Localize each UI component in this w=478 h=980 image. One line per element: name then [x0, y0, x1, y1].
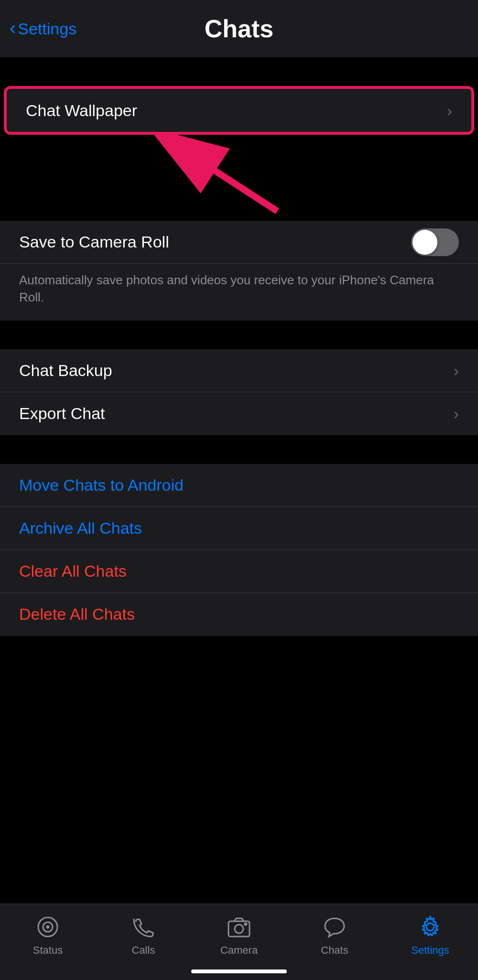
tab-chats[interactable]: Chats	[287, 914, 382, 957]
svg-point-4	[47, 926, 49, 928]
move-chats-android-label: Move Chats to Android	[19, 476, 184, 495]
chat-backup-chevron-icon: ›	[454, 361, 459, 380]
chat-backup-row[interactable]: Chat Backup ›	[0, 349, 478, 392]
delete-all-chats-label: Delete All Chats	[19, 605, 135, 624]
export-chat-label: Export Chat	[19, 404, 105, 423]
chat-wallpaper-row[interactable]: Chat Wallpaper ›	[7, 89, 471, 132]
camera-roll-description: Automatically save photos and videos you…	[0, 264, 478, 321]
tab-bar: Status Calls Camera Chats	[0, 904, 478, 980]
home-indicator	[191, 969, 287, 973]
back-button[interactable]: ‹ Settings	[10, 20, 76, 38]
tab-camera[interactable]: Camera	[191, 914, 287, 957]
action-section: Move Chats to Android Archive All Chats …	[0, 464, 478, 636]
tab-calls[interactable]: Calls	[96, 914, 191, 957]
back-chevron-icon: ‹	[10, 18, 16, 37]
calls-icon	[130, 914, 157, 940]
camera-icon	[226, 914, 252, 940]
section-gap-2	[0, 321, 478, 349]
chat-wallpaper-label: Chat Wallpaper	[26, 101, 137, 120]
back-label: Settings	[18, 20, 76, 38]
archive-all-chats-row[interactable]: Archive All Chats	[0, 507, 478, 550]
tab-chats-label: Chats	[321, 944, 348, 957]
move-chats-android-row[interactable]: Move Chats to Android	[0, 464, 478, 507]
page-title: Chats	[205, 14, 273, 43]
tab-settings-label: Settings	[411, 944, 449, 957]
clear-all-chats-label: Clear All Chats	[19, 562, 127, 581]
tab-settings[interactable]: Settings	[382, 914, 478, 957]
svg-point-7	[245, 923, 247, 925]
settings-icon	[417, 914, 444, 940]
svg-point-8	[426, 923, 434, 931]
save-to-camera-roll-toggle[interactable]	[411, 228, 459, 256]
status-icon	[34, 914, 61, 940]
export-chat-row[interactable]: Export Chat ›	[0, 392, 478, 435]
camera-roll-section: Save to Camera Roll Automatically save p…	[0, 221, 478, 321]
delete-all-chats-row[interactable]: Delete All Chats	[0, 593, 478, 636]
svg-line-1	[182, 149, 277, 211]
page-content: ‹ Settings Chats Chat Wallpaper ›	[0, 0, 478, 717]
section-gap-1	[0, 57, 478, 86]
chat-wallpaper-chevron-icon: ›	[447, 101, 452, 120]
tab-calls-label: Calls	[132, 944, 155, 957]
tab-camera-label: Camera	[220, 944, 258, 957]
backup-export-section: Chat Backup › Export Chat ›	[0, 349, 478, 435]
arrow-annotation-area	[0, 135, 478, 221]
export-chat-chevron-icon: ›	[454, 404, 459, 423]
save-to-camera-roll-row[interactable]: Save to Camera Roll	[0, 221, 478, 264]
svg-point-6	[235, 925, 243, 933]
navigation-header: ‹ Settings Chats	[0, 0, 478, 57]
chat-backup-label: Chat Backup	[19, 361, 112, 380]
clear-all-chats-row[interactable]: Clear All Chats	[0, 550, 478, 593]
toggle-knob	[413, 230, 437, 255]
tab-status-label: Status	[33, 944, 63, 957]
archive-all-chats-label: Archive All Chats	[19, 519, 142, 538]
annotation-arrow	[0, 135, 478, 221]
section-gap-3	[0, 435, 478, 464]
tab-status[interactable]: Status	[0, 914, 96, 957]
chats-icon	[321, 914, 348, 940]
save-to-camera-roll-label: Save to Camera Roll	[19, 233, 169, 251]
